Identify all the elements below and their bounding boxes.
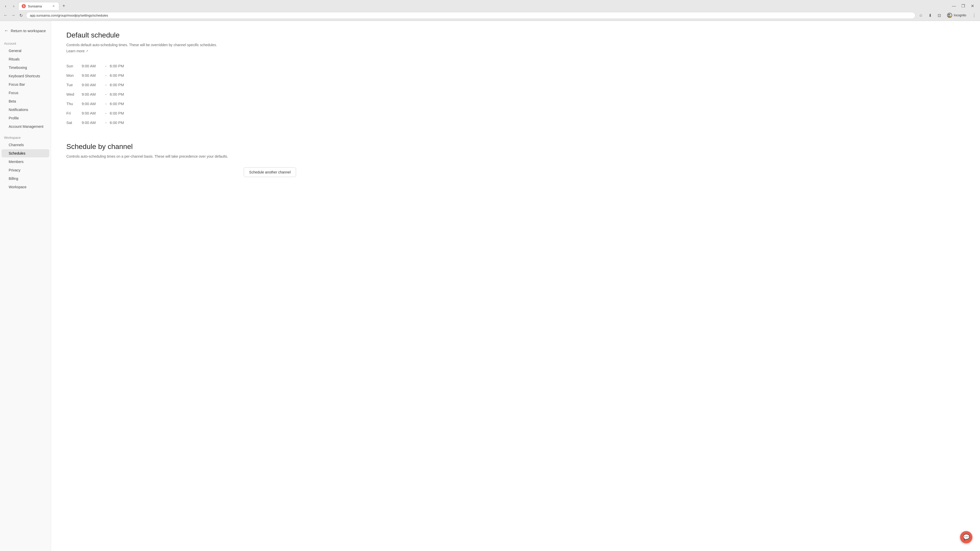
end-tue: 6:00 PM	[110, 83, 130, 87]
dash-sat: -	[102, 121, 110, 125]
sidebar-item-account-management[interactable]: Account Management	[2, 122, 49, 130]
sidebar-item-general[interactable]: General	[2, 47, 49, 55]
menu-button[interactable]: ⋮	[970, 11, 978, 19]
incognito-icon: 🕵	[947, 13, 952, 18]
incognito-label: Incognito	[954, 14, 966, 17]
back-button[interactable]: ←	[2, 12, 9, 19]
browser-toolbar: ← → ↻ app.sunsama.com/group/moodjoy/sett…	[0, 10, 980, 21]
active-tab[interactable]: S Sunsama ✕	[18, 2, 59, 10]
sidebar-item-members[interactable]: Members	[2, 158, 49, 166]
end-sun: 6:00 PM	[110, 64, 130, 68]
sidebar-item-keyboard-shortcuts[interactable]: Keyboard Shortcuts	[2, 72, 49, 80]
schedule-row-sat: Sat 9:00 AM - 6:00 PM	[66, 118, 296, 127]
tab-back-button: ‹	[2, 3, 9, 10]
sidebar-item-profile[interactable]: Profile	[2, 114, 49, 122]
sidebar-item-schedules[interactable]: Schedules	[2, 149, 49, 157]
external-link-icon: ↗	[86, 49, 88, 53]
dash-fri: -	[102, 111, 110, 115]
incognito-badge: 🕵 Incognito	[945, 12, 969, 19]
tab-forward-button: ›	[10, 3, 18, 10]
download-button[interactable]: ⬇	[926, 11, 934, 19]
schedule-row-wed: Wed 9:00 AM - 6:00 PM	[66, 89, 296, 99]
schedule-table: Sun 9:00 AM - 6:00 PM Mon 9:00 AM - 6:00…	[66, 61, 296, 127]
learn-more-link[interactable]: Learn more ↗	[66, 49, 88, 53]
schedule-row-thu: Thu 9:00 AM - 6:00 PM	[66, 99, 296, 108]
sidebar-item-rituals[interactable]: Rituals	[2, 55, 49, 63]
day-tue: Tue	[66, 83, 82, 87]
start-tue: 9:00 AM	[82, 83, 102, 87]
main-content: Default schedule Controls default auto-s…	[51, 21, 980, 551]
chat-fab-button[interactable]: 💬	[960, 531, 972, 543]
schedule-row-tue: Tue 9:00 AM - 6:00 PM	[66, 80, 296, 89]
url-text: app.sunsama.com/group/moodjoy/settings/s…	[30, 14, 108, 17]
dash-tue: -	[102, 83, 110, 87]
chat-icon: 💬	[963, 534, 970, 540]
toolbar-actions: ☆ ⬇ ⊡ 🕵 Incognito ⋮	[917, 11, 978, 19]
app-container: ← Return to workspace Account General Ri…	[0, 21, 980, 551]
schedule-by-channel-title: Schedule by channel	[66, 143, 296, 151]
dash-sun: -	[102, 64, 110, 68]
return-to-workspace-link[interactable]: ← Return to workspace	[0, 25, 51, 37]
minimize-button[interactable]: —	[950, 3, 958, 10]
tab-title: Sunsama	[28, 4, 42, 8]
schedule-row-sun: Sun 9:00 AM - 6:00 PM	[66, 61, 296, 71]
sidebar: ← Return to workspace Account General Ri…	[0, 21, 51, 551]
split-view-button[interactable]: ⊡	[935, 11, 943, 19]
close-window-button[interactable]: ✕	[969, 3, 976, 10]
start-wed: 9:00 AM	[82, 92, 102, 97]
return-label: Return to workspace	[11, 29, 46, 33]
end-thu: 6:00 PM	[110, 102, 130, 106]
forward-button[interactable]: →	[10, 12, 17, 19]
url-bar[interactable]: app.sunsama.com/group/moodjoy/settings/s…	[26, 12, 915, 19]
sidebar-item-workspace[interactable]: Workspace	[2, 183, 49, 191]
dash-thu: -	[102, 102, 110, 106]
sidebar-item-beta[interactable]: Beta	[2, 97, 49, 105]
day-sun: Sun	[66, 64, 82, 68]
start-mon: 9:00 AM	[82, 73, 102, 78]
end-wed: 6:00 PM	[110, 92, 130, 97]
end-mon: 6:00 PM	[110, 73, 130, 78]
sidebar-item-privacy[interactable]: Privacy	[2, 166, 49, 174]
sidebar-item-focus-bar[interactable]: Focus Bar	[2, 80, 49, 89]
account-section-label: Account	[0, 40, 51, 46]
schedule-row-mon: Mon 9:00 AM - 6:00 PM	[66, 71, 296, 80]
start-sat: 9:00 AM	[82, 121, 102, 125]
return-arrow-icon: ←	[4, 28, 9, 33]
browser-chrome: ‹ › S Sunsama ✕ + — ❐ ✕ ← → ↻ app.suns	[0, 0, 980, 21]
tab-favicon: S	[22, 4, 26, 8]
nav-controls: ← → ↻	[2, 12, 24, 19]
sidebar-item-focus[interactable]: Focus	[2, 89, 49, 97]
bookmark-button[interactable]: ☆	[917, 11, 924, 19]
sidebar-item-billing[interactable]: Billing	[2, 175, 49, 183]
maximize-button[interactable]: ❐	[959, 3, 967, 10]
day-sat: Sat	[66, 121, 82, 125]
start-sun: 9:00 AM	[82, 64, 102, 68]
sidebar-item-timeboxing[interactable]: Timeboxing	[2, 64, 49, 72]
schedule-by-channel-desc: Controls auto-scheduling times on a per-…	[66, 154, 296, 159]
default-schedule-title: Default schedule	[66, 31, 296, 39]
schedule-by-channel-section: Schedule by channel Controls auto-schedu…	[66, 143, 296, 177]
sidebar-item-channels[interactable]: Channels	[2, 141, 49, 149]
sidebar-item-notifications[interactable]: Notifications	[2, 106, 49, 114]
workspace-section-label: Workspace	[0, 134, 51, 141]
start-thu: 9:00 AM	[82, 102, 102, 106]
day-mon: Mon	[66, 73, 82, 78]
dash-wed: -	[102, 92, 110, 97]
end-sat: 6:00 PM	[110, 121, 130, 125]
default-schedule-desc: Controls default auto-scheduling times. …	[66, 42, 296, 48]
schedule-another-channel-button[interactable]: Schedule another channel	[244, 167, 296, 177]
tab-bar: ‹ › S Sunsama ✕ + — ❐ ✕	[0, 0, 980, 10]
new-tab-button[interactable]: +	[60, 3, 67, 10]
tab-close-button[interactable]: ✕	[51, 4, 56, 8]
day-fri: Fri	[66, 111, 82, 115]
end-fri: 6:00 PM	[110, 111, 130, 115]
day-wed: Wed	[66, 92, 82, 97]
dash-mon: -	[102, 73, 110, 78]
day-thu: Thu	[66, 102, 82, 106]
default-schedule-section: Default schedule Controls default auto-s…	[66, 31, 296, 127]
schedule-row-fri: Fri 9:00 AM - 6:00 PM	[66, 108, 296, 118]
start-fri: 9:00 AM	[82, 111, 102, 115]
refresh-button[interactable]: ↻	[18, 12, 24, 19]
